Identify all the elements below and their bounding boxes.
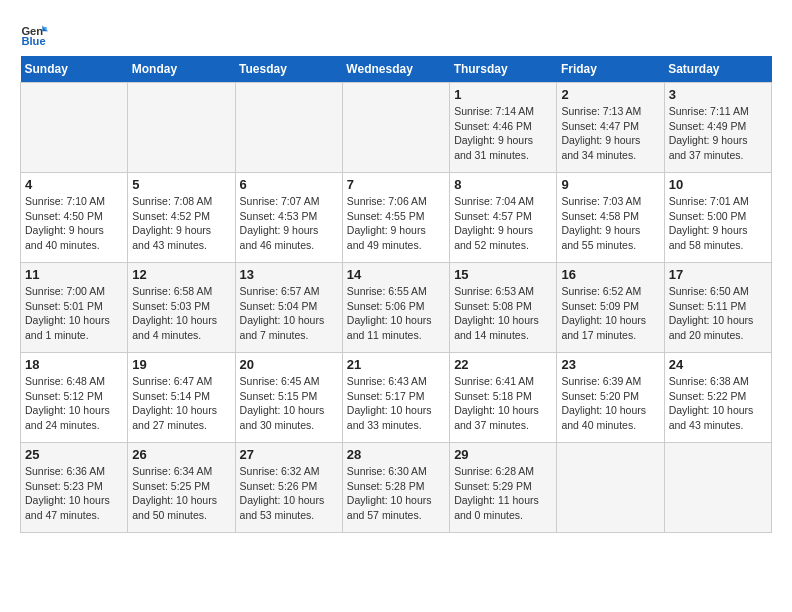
header-sunday: Sunday — [21, 56, 128, 83]
day-info: Sunrise: 7:03 AM Sunset: 4:58 PM Dayligh… — [561, 194, 659, 253]
day-info: Sunrise: 7:04 AM Sunset: 4:57 PM Dayligh… — [454, 194, 552, 253]
calendar-cell: 8Sunrise: 7:04 AM Sunset: 4:57 PM Daylig… — [450, 173, 557, 263]
day-info: Sunrise: 6:45 AM Sunset: 5:15 PM Dayligh… — [240, 374, 338, 433]
calendar-cell: 19Sunrise: 6:47 AM Sunset: 5:14 PM Dayli… — [128, 353, 235, 443]
day-info: Sunrise: 6:41 AM Sunset: 5:18 PM Dayligh… — [454, 374, 552, 433]
calendar-cell: 4Sunrise: 7:10 AM Sunset: 4:50 PM Daylig… — [21, 173, 128, 263]
day-info: Sunrise: 7:00 AM Sunset: 5:01 PM Dayligh… — [25, 284, 123, 343]
header-thursday: Thursday — [450, 56, 557, 83]
day-info: Sunrise: 6:53 AM Sunset: 5:08 PM Dayligh… — [454, 284, 552, 343]
day-number: 21 — [347, 357, 445, 372]
day-number: 14 — [347, 267, 445, 282]
header-wednesday: Wednesday — [342, 56, 449, 83]
calendar-cell: 2Sunrise: 7:13 AM Sunset: 4:47 PM Daylig… — [557, 83, 664, 173]
day-info: Sunrise: 6:28 AM Sunset: 5:29 PM Dayligh… — [454, 464, 552, 523]
calendar-cell: 3Sunrise: 7:11 AM Sunset: 4:49 PM Daylig… — [664, 83, 771, 173]
day-info: Sunrise: 6:32 AM Sunset: 5:26 PM Dayligh… — [240, 464, 338, 523]
calendar-cell: 6Sunrise: 7:07 AM Sunset: 4:53 PM Daylig… — [235, 173, 342, 263]
day-info: Sunrise: 7:11 AM Sunset: 4:49 PM Dayligh… — [669, 104, 767, 163]
day-number: 18 — [25, 357, 123, 372]
calendar-cell: 23Sunrise: 6:39 AM Sunset: 5:20 PM Dayli… — [557, 353, 664, 443]
day-info: Sunrise: 6:30 AM Sunset: 5:28 PM Dayligh… — [347, 464, 445, 523]
day-number: 26 — [132, 447, 230, 462]
calendar-week-row: 1Sunrise: 7:14 AM Sunset: 4:46 PM Daylig… — [21, 83, 772, 173]
day-number: 13 — [240, 267, 338, 282]
day-number: 27 — [240, 447, 338, 462]
day-number: 28 — [347, 447, 445, 462]
day-number: 19 — [132, 357, 230, 372]
day-info: Sunrise: 6:48 AM Sunset: 5:12 PM Dayligh… — [25, 374, 123, 433]
day-number: 1 — [454, 87, 552, 102]
calendar-cell: 17Sunrise: 6:50 AM Sunset: 5:11 PM Dayli… — [664, 263, 771, 353]
calendar-cell: 25Sunrise: 6:36 AM Sunset: 5:23 PM Dayli… — [21, 443, 128, 533]
calendar-cell — [235, 83, 342, 173]
header-tuesday: Tuesday — [235, 56, 342, 83]
logo: Gen Blue — [20, 20, 52, 48]
calendar-cell: 20Sunrise: 6:45 AM Sunset: 5:15 PM Dayli… — [235, 353, 342, 443]
header-friday: Friday — [557, 56, 664, 83]
calendar-week-row: 4Sunrise: 7:10 AM Sunset: 4:50 PM Daylig… — [21, 173, 772, 263]
day-number: 3 — [669, 87, 767, 102]
day-number: 20 — [240, 357, 338, 372]
calendar-cell: 18Sunrise: 6:48 AM Sunset: 5:12 PM Dayli… — [21, 353, 128, 443]
day-info: Sunrise: 6:52 AM Sunset: 5:09 PM Dayligh… — [561, 284, 659, 343]
day-info: Sunrise: 7:01 AM Sunset: 5:00 PM Dayligh… — [669, 194, 767, 253]
calendar-cell: 16Sunrise: 6:52 AM Sunset: 5:09 PM Dayli… — [557, 263, 664, 353]
calendar-cell — [21, 83, 128, 173]
calendar-cell — [342, 83, 449, 173]
day-number: 2 — [561, 87, 659, 102]
calendar-cell: 29Sunrise: 6:28 AM Sunset: 5:29 PM Dayli… — [450, 443, 557, 533]
day-number: 17 — [669, 267, 767, 282]
day-info: Sunrise: 7:14 AM Sunset: 4:46 PM Dayligh… — [454, 104, 552, 163]
day-number: 16 — [561, 267, 659, 282]
day-number: 9 — [561, 177, 659, 192]
day-number: 29 — [454, 447, 552, 462]
day-info: Sunrise: 7:13 AM Sunset: 4:47 PM Dayligh… — [561, 104, 659, 163]
day-info: Sunrise: 6:58 AM Sunset: 5:03 PM Dayligh… — [132, 284, 230, 343]
calendar-cell: 10Sunrise: 7:01 AM Sunset: 5:00 PM Dayli… — [664, 173, 771, 263]
day-number: 22 — [454, 357, 552, 372]
calendar-cell: 21Sunrise: 6:43 AM Sunset: 5:17 PM Dayli… — [342, 353, 449, 443]
calendar-cell: 26Sunrise: 6:34 AM Sunset: 5:25 PM Dayli… — [128, 443, 235, 533]
header-monday: Monday — [128, 56, 235, 83]
calendar-cell: 24Sunrise: 6:38 AM Sunset: 5:22 PM Dayli… — [664, 353, 771, 443]
day-info: Sunrise: 7:07 AM Sunset: 4:53 PM Dayligh… — [240, 194, 338, 253]
day-number: 4 — [25, 177, 123, 192]
calendar-cell: 27Sunrise: 6:32 AM Sunset: 5:26 PM Dayli… — [235, 443, 342, 533]
day-info: Sunrise: 6:55 AM Sunset: 5:06 PM Dayligh… — [347, 284, 445, 343]
day-info: Sunrise: 6:57 AM Sunset: 5:04 PM Dayligh… — [240, 284, 338, 343]
calendar-header-row: SundayMondayTuesdayWednesdayThursdayFrid… — [21, 56, 772, 83]
header-saturday: Saturday — [664, 56, 771, 83]
day-number: 8 — [454, 177, 552, 192]
calendar-cell — [664, 443, 771, 533]
day-number: 15 — [454, 267, 552, 282]
day-info: Sunrise: 6:36 AM Sunset: 5:23 PM Dayligh… — [25, 464, 123, 523]
day-info: Sunrise: 6:43 AM Sunset: 5:17 PM Dayligh… — [347, 374, 445, 433]
svg-text:Blue: Blue — [21, 35, 45, 47]
calendar-cell: 12Sunrise: 6:58 AM Sunset: 5:03 PM Dayli… — [128, 263, 235, 353]
calendar-cell — [557, 443, 664, 533]
day-info: Sunrise: 7:10 AM Sunset: 4:50 PM Dayligh… — [25, 194, 123, 253]
logo-icon: Gen Blue — [20, 20, 48, 48]
calendar-week-row: 11Sunrise: 7:00 AM Sunset: 5:01 PM Dayli… — [21, 263, 772, 353]
day-info: Sunrise: 6:34 AM Sunset: 5:25 PM Dayligh… — [132, 464, 230, 523]
day-info: Sunrise: 6:38 AM Sunset: 5:22 PM Dayligh… — [669, 374, 767, 433]
day-number: 25 — [25, 447, 123, 462]
day-number: 11 — [25, 267, 123, 282]
calendar-week-row: 25Sunrise: 6:36 AM Sunset: 5:23 PM Dayli… — [21, 443, 772, 533]
day-number: 7 — [347, 177, 445, 192]
calendar-cell: 28Sunrise: 6:30 AM Sunset: 5:28 PM Dayli… — [342, 443, 449, 533]
day-number: 24 — [669, 357, 767, 372]
day-number: 12 — [132, 267, 230, 282]
calendar-cell: 7Sunrise: 7:06 AM Sunset: 4:55 PM Daylig… — [342, 173, 449, 263]
calendar-cell — [128, 83, 235, 173]
calendar-cell: 1Sunrise: 7:14 AM Sunset: 4:46 PM Daylig… — [450, 83, 557, 173]
day-info: Sunrise: 6:39 AM Sunset: 5:20 PM Dayligh… — [561, 374, 659, 433]
day-number: 23 — [561, 357, 659, 372]
day-info: Sunrise: 6:47 AM Sunset: 5:14 PM Dayligh… — [132, 374, 230, 433]
calendar-cell: 9Sunrise: 7:03 AM Sunset: 4:58 PM Daylig… — [557, 173, 664, 263]
calendar-cell: 5Sunrise: 7:08 AM Sunset: 4:52 PM Daylig… — [128, 173, 235, 263]
calendar-cell: 13Sunrise: 6:57 AM Sunset: 5:04 PM Dayli… — [235, 263, 342, 353]
calendar-cell: 11Sunrise: 7:00 AM Sunset: 5:01 PM Dayli… — [21, 263, 128, 353]
day-info: Sunrise: 6:50 AM Sunset: 5:11 PM Dayligh… — [669, 284, 767, 343]
